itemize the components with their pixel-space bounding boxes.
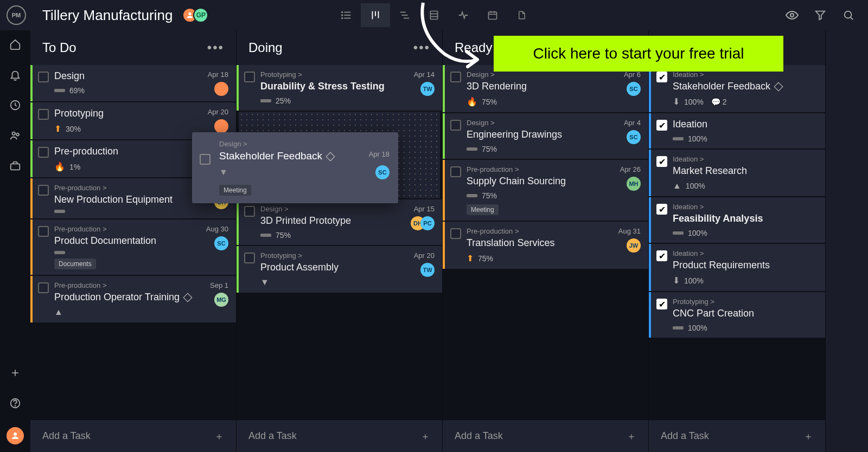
svg-line-23	[851, 17, 853, 20]
card-category: Design >	[467, 119, 605, 127]
card-meta: ▲ 100%	[673, 181, 782, 191]
help-icon[interactable]	[9, 397, 22, 410]
view-board-icon[interactable]	[361, 3, 390, 27]
visibility-icon[interactable]	[786, 9, 799, 22]
checkbox-done[interactable]: ✔	[656, 156, 667, 167]
add-icon[interactable]	[9, 366, 22, 379]
card-date: Apr 20	[414, 251, 435, 260]
checkbox-done[interactable]: ✔	[656, 72, 667, 82]
view-calendar-icon[interactable]	[478, 3, 507, 27]
progress-bar-icon	[54, 251, 65, 254]
checkbox[interactable]	[244, 253, 255, 263]
task-card[interactable]: ✔ Ideation > Feasibility Analysis 100%	[649, 197, 825, 243]
checkbox[interactable]	[38, 226, 49, 237]
card-meta: 100%	[673, 134, 782, 143]
column-body: Prototyping > Durability & Stress Testin…	[237, 65, 442, 419]
priority-down-icon: ▼	[260, 277, 269, 287]
checkbox[interactable]	[244, 72, 255, 82]
logo[interactable]: PM	[7, 5, 26, 25]
view-gantt-icon[interactable]	[390, 3, 419, 27]
checkbox[interactable]	[38, 147, 49, 158]
plus-icon: ＋	[627, 430, 636, 443]
team-icon[interactable]	[9, 129, 22, 142]
card-meta: 69%	[54, 86, 193, 95]
column-menu-icon[interactable]: •••	[207, 40, 224, 55]
task-card[interactable]: Prototyping > Durability & Stress Testin…	[237, 65, 442, 111]
progress-bar-icon	[260, 99, 271, 102]
checkbox[interactable]	[38, 72, 49, 82]
checkbox[interactable]	[38, 109, 49, 120]
task-card[interactable]: ✔ Ideation > Market Research ▲ 100%	[649, 150, 825, 196]
progress-bar-icon	[54, 210, 65, 213]
task-card[interactable]: Pre-production > Product Documentation D…	[30, 219, 236, 275]
progress-bar-icon	[673, 137, 684, 140]
task-card[interactable]: Design 69% Apr 18	[30, 65, 236, 101]
checkbox[interactable]	[450, 166, 461, 177]
card-meta: ▼	[260, 277, 399, 287]
task-card[interactable]: Design > Engineering Drawings 75% Apr 4S…	[443, 113, 648, 159]
column-body: Design 69% Apr 18 Prototyping ⬆ 30% Apr …	[30, 65, 236, 419]
svg-point-32	[14, 432, 17, 436]
svg-point-0	[189, 12, 192, 15]
card-category: Design >	[467, 70, 605, 79]
board-column: To Do ••• Design 69% Apr 18 Prototyping …	[30, 30, 237, 452]
progress-label: 100%	[686, 182, 705, 190]
briefcase-icon[interactable]	[9, 159, 22, 172]
project-avatars[interactable]: GP	[182, 8, 208, 23]
card-meta: 100%	[673, 229, 782, 237]
card-date: Apr 4	[624, 119, 641, 127]
view-sheet-icon[interactable]	[419, 3, 449, 27]
cta-banner[interactable]: Click here to start your free trial	[494, 36, 783, 72]
card-title: CNC Part Creation	[673, 308, 782, 319]
task-card[interactable]: Prototyping > Product Assembly ▼ Apr 20T…	[237, 246, 442, 293]
checkbox[interactable]	[38, 185, 49, 196]
clock-icon[interactable]	[9, 99, 22, 112]
user-avatar[interactable]	[7, 427, 24, 444]
svg-point-5	[342, 15, 343, 16]
task-card[interactable]: ✔ Ideation 100%	[649, 113, 825, 148]
task-card[interactable]: Pre-production > Translation Services ⬆ …	[443, 222, 648, 269]
card-category: Prototyping >	[260, 251, 399, 260]
card-date: Aug 31	[618, 227, 641, 235]
add-task-button[interactable]: Add a Task＋	[443, 419, 648, 452]
view-activity-icon[interactable]	[449, 3, 478, 27]
progress-label: 100%	[684, 98, 704, 106]
view-file-icon[interactable]	[507, 3, 537, 27]
task-card[interactable]: Design > 3D Printed Prototype 75% Apr 15…	[237, 199, 442, 245]
add-task-button[interactable]: Add a Task＋	[237, 419, 442, 452]
checkbox[interactable]	[450, 72, 461, 82]
bell-icon[interactable]	[9, 68, 22, 81]
column-menu-icon[interactable]: •••	[413, 40, 430, 55]
checkbox[interactable]	[38, 282, 49, 293]
card-title: Product Requirements	[673, 260, 782, 271]
home-icon[interactable]	[9, 38, 22, 51]
progress-bar-icon	[673, 326, 684, 330]
search-icon[interactable]	[842, 9, 855, 22]
checkbox[interactable]	[450, 228, 461, 239]
task-card[interactable]: ✔ Ideation > Stakeholder Feedback ⬇ 100%…	[649, 65, 825, 112]
add-task-button[interactable]: Add a Task＋	[649, 419, 825, 452]
assignee-avatar: SC	[627, 82, 641, 96]
card-title: Prototyping	[54, 108, 193, 119]
task-card[interactable]: Pre-production > Supply Chain Sourcing 7…	[443, 160, 648, 221]
column-title: Ready	[455, 40, 492, 55]
checkbox-done[interactable]: ✔	[656, 204, 667, 215]
checkbox-done[interactable]: ✔	[656, 299, 667, 309]
filter-icon[interactable]	[814, 9, 827, 22]
checkbox-done[interactable]: ✔	[656, 120, 667, 131]
task-card[interactable]: ✔ Ideation > Product Requirements ⬇ 100%	[649, 244, 825, 291]
checkbox-done[interactable]: ✔	[656, 250, 667, 261]
progress-bar-icon	[467, 147, 477, 151]
checkbox[interactable]	[450, 120, 461, 131]
task-card[interactable]: Design > 3D Rendering 🔥 75% Apr 6SC	[443, 65, 648, 112]
card-title: Market Research	[673, 165, 782, 177]
card-title: 3D Printed Prototype	[260, 215, 399, 227]
add-task-button[interactable]: Add a Task＋	[30, 419, 236, 452]
view-list-icon[interactable]	[331, 3, 361, 27]
task-card[interactable]: Pre-production > Production Operator Tra…	[30, 276, 236, 322]
dragging-card[interactable]: Design > Stakeholder Feedback Apr 18 ▼ S…	[192, 132, 398, 203]
task-card[interactable]: ✔ Prototyping > CNC Part Creation 100%	[649, 292, 825, 338]
card-title: New Production Equipment	[54, 194, 193, 205]
checkbox[interactable]	[244, 206, 255, 217]
checkbox[interactable]	[200, 154, 210, 165]
